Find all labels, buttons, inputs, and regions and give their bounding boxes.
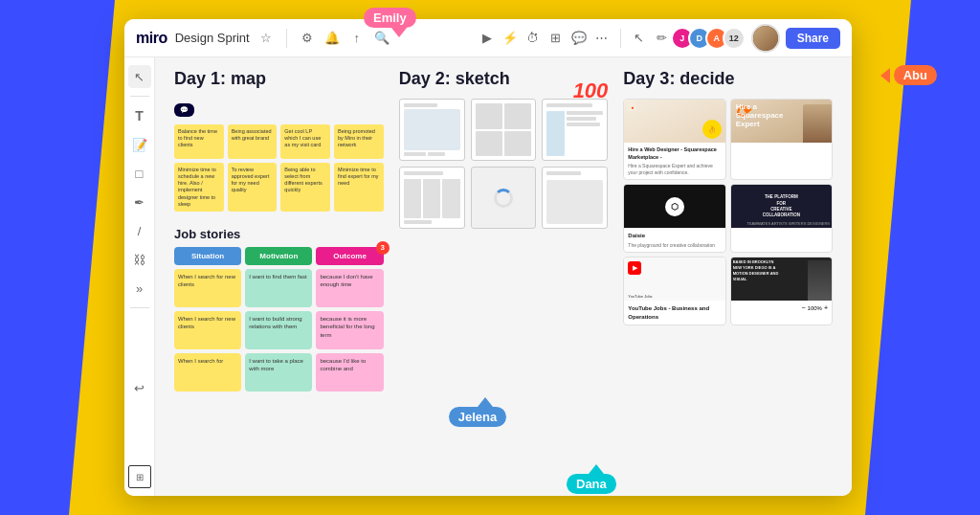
- job-card-m1[interactable]: I want to find them fast: [245, 269, 312, 307]
- more-tools[interactable]: »: [128, 277, 151, 300]
- column-day2: Day 2: sketch 100: [391, 69, 616, 484]
- web-card-1[interactable]: ● 👌 Hire a Web Designer - Squarespace Ma…: [623, 99, 725, 180]
- main-board: Day 1: map 💬 Balance the time to find ne…: [155, 57, 852, 496]
- cursor-jelena: Jelena: [449, 397, 506, 427]
- toolbar-separator: [286, 29, 287, 48]
- job-stories-grid: Situation Motivation Outcome 3 When I se…: [174, 247, 384, 392]
- cursor-jelena-label: Jelena: [449, 407, 506, 427]
- pen-icon[interactable]: ✏: [654, 30, 671, 47]
- sticky-7[interactable]: Being able to select from different expe…: [280, 163, 330, 212]
- zoom-plus[interactable]: +: [824, 304, 828, 311]
- job-card-s2[interactable]: When I search for new clients: [174, 311, 241, 349]
- logo[interactable]: miro: [136, 30, 167, 47]
- cursor-jelena-arrow: [478, 397, 493, 407]
- stickies-grid: Balance the time to find new clients Bei…: [174, 124, 384, 212]
- motivation-header: Motivation: [245, 247, 312, 265]
- frames-tool[interactable]: ⊞: [128, 465, 151, 488]
- avatar-count: 12: [723, 27, 746, 50]
- job-card-s1[interactable]: When I search for new clients: [174, 269, 241, 307]
- sticky-5[interactable]: Minimize time to schedule a new hire. Al…: [174, 163, 224, 212]
- cursor-dana: Dana: [567, 464, 616, 494]
- toolbar-right: ▶ ⚡ ⏱ ⊞ 💬 ⋯ ↖ ✏ J D A 12 Share: [479, 24, 840, 53]
- sketch-6[interactable]: [542, 167, 608, 229]
- web-card-5[interactable]: ▶ YouTube Jobs YouTube Jobs - Business a…: [623, 257, 725, 325]
- col3-title: Day 3: decide: [623, 69, 833, 89]
- column-day1: Day 1: map 💬 Balance the time to find ne…: [167, 69, 391, 484]
- cursor-abu-arrow: [880, 68, 890, 83]
- sticky-8[interactable]: Minimize time to find expert for my need: [334, 163, 384, 212]
- job-card-o3[interactable]: because I'd like to combine and: [316, 353, 383, 392]
- web-card-4[interactable]: THE PLATFORMFORCREATIVECOLLABORATION TEA…: [730, 184, 833, 253]
- select-tool[interactable]: ↖: [128, 65, 151, 88]
- zoom-level: 100%: [808, 305, 822, 311]
- line-tool[interactable]: /: [128, 219, 151, 242]
- job-card-m2[interactable]: I want to build strong relations with th…: [245, 311, 312, 349]
- sketch-2[interactable]: [471, 99, 537, 161]
- comment-bubble[interactable]: 💬: [174, 103, 194, 117]
- sticky-3[interactable]: Get cool LP which I can use as my visit …: [280, 124, 330, 159]
- sketch-1[interactable]: [399, 99, 465, 161]
- lightning-icon[interactable]: ⚡: [501, 30, 519, 47]
- play-icon[interactable]: ▶: [479, 30, 496, 47]
- job-stories-title: Job stories: [174, 227, 384, 241]
- grid-icon[interactable]: ⊞: [547, 30, 565, 47]
- outcome-header: Outcome 3: [316, 247, 383, 265]
- main-window: miro Design Sprint ☆ ⚙ 🔔 ↑ 🔍 ▶ ⚡ ⏱ ⊞ 💬 ⋯…: [124, 19, 852, 496]
- job-card-o2[interactable]: because it is more beneficial for the lo…: [316, 311, 383, 349]
- cursor-emily-arrow: [391, 28, 407, 37]
- col1-title: Day 1: map: [174, 69, 384, 89]
- sticky-tool[interactable]: 📝: [128, 133, 151, 156]
- sticky-1[interactable]: Balance the time to find new clients: [174, 124, 224, 159]
- comment-area: 💬: [174, 99, 384, 121]
- cursor-tool-icon[interactable]: ↖: [631, 30, 648, 47]
- sticky-4[interactable]: Being promoted by Miro in their network: [334, 124, 384, 159]
- outcome-badge: 3: [376, 241, 390, 255]
- more-icon[interactable]: ⋯: [593, 30, 611, 47]
- pen-tool[interactable]: ✒: [128, 190, 151, 213]
- cursor-abu-label: Abu: [894, 65, 937, 85]
- undo-tool[interactable]: ↩: [128, 376, 151, 399]
- job-card-m3[interactable]: I want to take a place with more: [245, 353, 312, 392]
- cursor-dana-arrow: [589, 464, 604, 474]
- toolbar-left: miro Design Sprint ☆ ⚙ 🔔 ↑ 🔍: [136, 29, 471, 48]
- share-button[interactable]: Share: [786, 28, 840, 49]
- sidebar-divider-2: [130, 307, 149, 308]
- left-sidebar: ↖ T 📝 □ ✒ / ⛓ » ↩ ⊞: [124, 57, 155, 496]
- chat-icon[interactable]: 💬: [570, 30, 588, 47]
- comment-icon: 💬: [180, 106, 189, 114]
- situation-header: Situation: [174, 247, 241, 265]
- sketch-3[interactable]: [542, 99, 608, 161]
- star-icon[interactable]: ☆: [257, 30, 275, 47]
- cursor-emily: Emily: [364, 8, 416, 37]
- spinner: [494, 189, 513, 208]
- web-card-3[interactable]: ⬡ Daisie The playground for creative col…: [623, 184, 725, 253]
- connect-tool[interactable]: ⛓: [128, 248, 151, 271]
- sketch-5-loading: [471, 167, 537, 229]
- cursor-emily-label: Emily: [364, 8, 416, 28]
- text-tool[interactable]: T: [128, 104, 151, 127]
- user-avatar[interactable]: [751, 24, 780, 53]
- cursor-dana-label: Dana: [567, 474, 616, 494]
- board-name[interactable]: Design Sprint: [175, 31, 250, 45]
- job-card-s3[interactable]: When I search for: [174, 353, 241, 392]
- board-columns: Day 1: map 💬 Balance the time to find ne…: [155, 57, 852, 496]
- shape-tool[interactable]: □: [128, 162, 151, 185]
- cursor-abu: Abu: [880, 65, 937, 85]
- timer-icon[interactable]: ⏱: [524, 30, 542, 47]
- web-card-2[interactable]: ⟳ Hire aSquarespaceExpert: [730, 99, 833, 180]
- sketch-4[interactable]: [399, 167, 465, 229]
- decide-grid: ● 👌 Hire a Web Designer - Squarespace Ma…: [623, 99, 833, 325]
- toolbar: miro Design Sprint ☆ ⚙ 🔔 ↑ 🔍 ▶ ⚡ ⏱ ⊞ 💬 ⋯…: [124, 19, 852, 57]
- score-100: 100: [573, 78, 609, 103]
- gear-icon[interactable]: ⚙: [299, 30, 316, 47]
- sticky-2[interactable]: Being associated with great brand: [228, 124, 278, 159]
- job-card-o1[interactable]: because I don't have enough time: [316, 269, 383, 307]
- web-card-6[interactable]: BASED IN BROOKLYNNEW YORK DIEGO IS AMOTI…: [730, 257, 833, 325]
- canvas: ↖ T 📝 □ ✒ / ⛓ » ↩ ⊞ Day 1: map: [124, 57, 852, 496]
- sidebar-divider-1: [130, 96, 149, 97]
- bell-icon[interactable]: 🔔: [323, 30, 341, 47]
- toolbar-separator2: [620, 29, 621, 48]
- column-day3: Day 3: decide ● 👌 Hire a Web Designer - …: [615, 69, 840, 484]
- sticky-6[interactable]: To review approved expert for my need qu…: [228, 163, 278, 212]
- zoom-minus[interactable]: −: [801, 304, 805, 311]
